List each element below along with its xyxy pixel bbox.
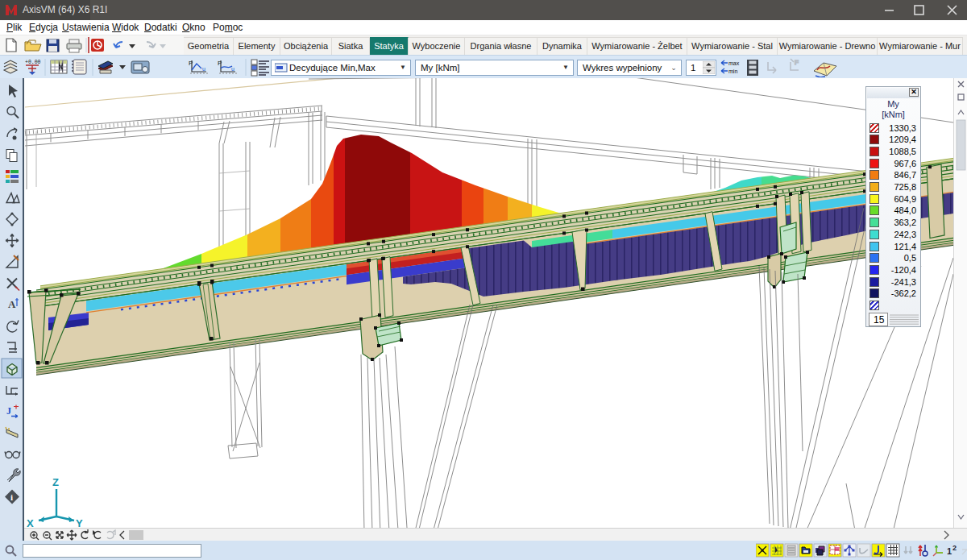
svg-text:+0.00: +0.00 [25,60,41,65]
svg-text:min: min [728,68,737,74]
svg-text:2: 2 [952,544,957,552]
svg-text:max: max [728,60,740,66]
svg-text:J: J [6,405,11,417]
svg-text:Z: Z [52,476,59,488]
svg-text:1: 1 [947,546,952,556]
svg-text:A: A [8,298,16,310]
svg-text:i: i [10,492,13,502]
svg-text:u: u [231,66,234,72]
svg-text:X: X [27,517,34,528]
svg-text:Y: Y [76,517,83,528]
svg-text:u: u [202,66,205,72]
svg-text:F: F [795,59,799,66]
